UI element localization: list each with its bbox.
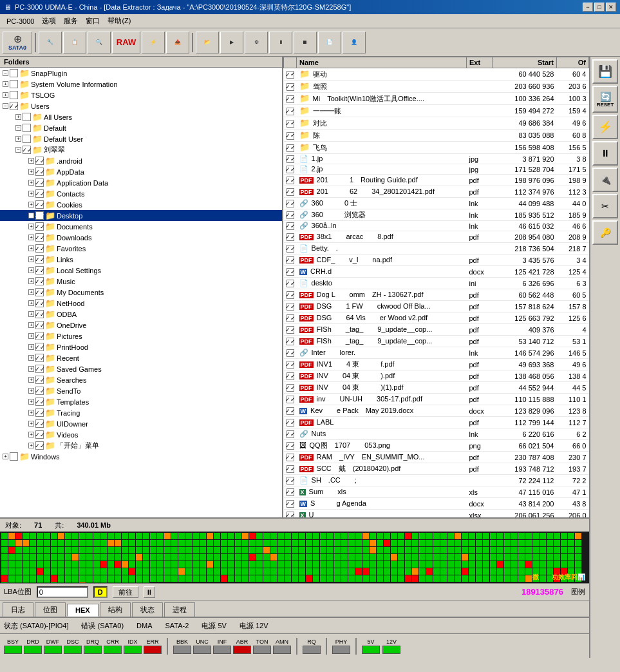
tree-checkbox[interactable] [10,91,18,99]
file-checkbox-cell[interactable]: ✓ [284,405,297,417]
folder-item[interactable]: +✓📁Pictures [0,331,282,341]
expand-icon[interactable]: + [28,377,34,383]
expand-icon[interactable]: + [28,158,34,164]
col-ext[interactable]: Ext [467,57,493,68]
file-checkbox[interactable]: ✓ [287,291,294,299]
col-offset[interactable]: Of [557,57,589,68]
folder-item[interactable]: +✓📁「开始」菜单 [0,440,282,451]
file-checkbox-cell[interactable]: ✓ [284,394,297,405]
file-checkbox[interactable]: ✓ [287,326,294,334]
tab-hex[interactable]: HEX [67,604,99,617]
folder-item[interactable]: +✓📁Documents [0,221,282,232]
file-checkbox-cell[interactable]: ✓ [284,510,297,518]
expand-icon[interactable]: + [3,92,8,98]
expand-icon[interactable]: − [28,213,34,218]
file-checkbox-cell[interactable]: ✓ [284,486,297,498]
file-checkbox-cell[interactable]: ✓ [284,175,297,186]
file-checkbox[interactable]: ✓ [287,314,294,322]
tree-checkbox[interactable]: ✓ [35,398,44,406]
file-checkbox[interactable]: ✓ [287,233,294,241]
file-scroll[interactable]: Name Ext Start Of ✓ 📁 驱动 60 440 5 [283,57,589,517]
file-checkbox-cell[interactable]: ✓ [284,142,297,154]
folder-item[interactable]: +✓📁Searches [0,374,282,385]
file-checkbox-cell[interactable]: ✓ [284,198,297,209]
file-checkbox-cell[interactable]: ✓ [284,498,297,510]
tree-checkbox[interactable]: ✓ [35,321,44,329]
expand-icon[interactable]: + [28,333,34,339]
folder-item[interactable]: +✓📁ODBA [0,309,282,320]
file-checkbox-cell[interactable]: ✓ [284,417,297,428]
file-checkbox[interactable]: ✓ [287,256,294,264]
file-checkbox[interactable]: ✓ [287,268,294,276]
file-row[interactable]: ✓ X U xlsx 206 061 256 206 0 [284,510,589,518]
file-checkbox-cell[interactable]: ✓ [284,324,297,336]
file-checkbox[interactable]: ✓ [287,166,294,173]
file-row[interactable]: ✓ 🖼 QQ图 1707 053.png png 66 021 504 66 0 [284,440,589,452]
expand-icon[interactable]: + [28,278,34,284]
folder-item[interactable]: +✓📁Local Settings [0,265,282,276]
file-checkbox-cell[interactable]: ✓ [284,254,297,266]
expand-icon[interactable]: − [3,70,8,76]
expand-icon[interactable]: + [28,410,34,416]
file-checkbox-cell[interactable]: ✓ [284,428,297,440]
folder-item[interactable]: +📁System Volume Information [0,79,282,90]
file-checkbox-cell[interactable]: ✓ [284,130,297,142]
file-row[interactable]: ✓ 📄 deskto ini 6 326 696 6 3 [284,278,589,289]
folder-item[interactable]: −📁Default [0,122,282,133]
tree-checkbox[interactable] [23,135,31,143]
tree-checkbox[interactable] [23,124,31,132]
folder-item[interactable]: +✓📁Contacts [0,188,282,199]
expand-icon[interactable]: + [28,366,34,372]
lba-pause-button[interactable]: ⏸ [144,586,155,598]
file-checkbox[interactable]: ✓ [287,477,294,485]
toolbar-play-btn[interactable]: ▶ [220,32,243,53]
file-checkbox-cell[interactable]: ✓ [284,266,297,278]
file-row[interactable]: ✓ X Sum xls xls 47 115 016 47 1 [284,486,589,498]
tree-checkbox[interactable]: ✓ [35,233,44,242]
tree-checkbox[interactable]: ✓ [35,343,44,351]
expand-icon[interactable]: + [28,388,34,394]
file-checkbox-cell[interactable]: ✓ [284,475,297,486]
sidebar-btn-key[interactable]: 🔑 [592,220,618,245]
file-checkbox[interactable]: ✓ [287,83,294,91]
tab-位图[interactable]: 位图 [35,602,66,617]
file-checkbox-cell[interactable]: ✓ [284,105,297,117]
expand-icon[interactable]: + [28,289,34,295]
menu-help[interactable]: 帮助(Z) [104,15,135,27]
file-row[interactable]: ✓ PDF INV 04 東 )(1).pdf pdf 44 552 944 4… [284,382,589,394]
tree-checkbox[interactable]: ✓ [35,157,44,165]
menu-window[interactable]: 窗口 [82,15,104,27]
expand-icon[interactable]: + [28,311,34,317]
file-checkbox[interactable]: ✓ [287,120,294,128]
menu-pc3000[interactable]: PC-3000 [3,16,38,26]
folder-item[interactable]: +✓📁Cookies [0,199,282,210]
expand-icon[interactable]: + [28,399,34,405]
file-checkbox[interactable]: ✓ [287,108,294,115]
folder-item[interactable]: +✓📁Saved Games [0,363,282,374]
sidebar-btn-reset[interactable]: 🔄 RESET [592,86,618,113]
sidebar-btn-connect[interactable]: 🔌 [592,168,618,192]
file-checkbox-cell[interactable]: ✓ [284,382,297,394]
tree-checkbox[interactable]: ✓ [35,408,44,417]
toolbar-btn-5[interactable]: 📤 [166,32,189,53]
expand-icon[interactable]: − [3,103,8,109]
tree-checkbox[interactable]: ✓ [35,211,44,220]
file-checkbox-cell[interactable]: ✓ [284,243,297,254]
file-checkbox-cell[interactable]: ✓ [284,93,297,105]
file-checkbox[interactable]: ✓ [287,155,294,163]
file-checkbox-cell[interactable]: ✓ [284,231,297,243]
expand-icon[interactable]: + [28,202,34,207]
lba-input[interactable] [37,586,88,598]
file-checkbox-cell[interactable]: ✓ [284,117,297,130]
file-row[interactable]: ✓ 🔗 Inter lorer. lnk 146 574 296 146 5 [284,347,589,359]
file-checkbox[interactable]: ✓ [287,396,294,403]
file-checkbox[interactable]: ✓ [287,488,294,496]
file-checkbox[interactable]: ✓ [287,442,294,450]
file-row[interactable]: ✓ W S g Agenda docx 43 814 200 43 8 [284,498,589,510]
tree-checkbox[interactable]: ✓ [35,441,44,450]
folder-item[interactable]: +📁All Users [0,111,282,122]
file-checkbox[interactable]: ✓ [287,407,294,415]
file-checkbox[interactable]: ✓ [287,512,294,517]
file-checkbox-cell[interactable]: ✓ [284,68,297,81]
file-checkbox[interactable]: ✓ [287,71,294,79]
